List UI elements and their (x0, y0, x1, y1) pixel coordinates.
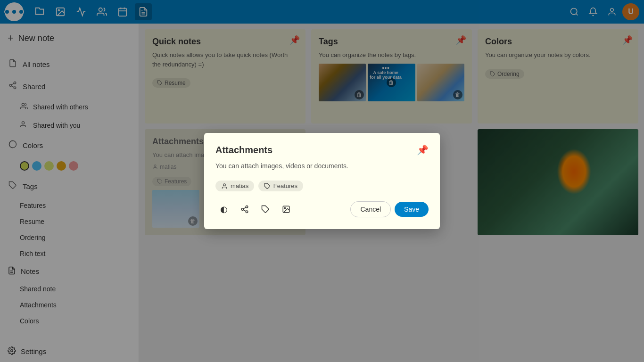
svg-point-38 (284, 207, 285, 208)
modal-toolbar: ◐ Cancel Save (215, 201, 429, 218)
modal-user-tag-text: matias (231, 182, 248, 189)
svg-line-35 (243, 207, 246, 209)
modal-share-button[interactable] (236, 201, 253, 218)
modal-image-button[interactable] (278, 201, 295, 218)
modal-tags: matias Features (215, 179, 429, 193)
modal-color-button[interactable]: ◐ (215, 201, 232, 218)
modal-overlay[interactable]: Attachments 📌 You can attach images, vid… (0, 0, 644, 362)
svg-point-32 (241, 208, 244, 211)
svg-point-31 (246, 206, 248, 208)
svg-line-34 (243, 210, 246, 211)
modal-feature-tag-text: Features (273, 182, 297, 189)
svg-point-30 (223, 183, 226, 186)
modal-tag-button[interactable] (257, 201, 274, 218)
modal-title: Attachments (215, 145, 272, 156)
modal-pin-icon[interactable]: 📌 (417, 144, 429, 156)
modal-user-tag[interactable]: matias (215, 181, 254, 191)
modal-body-text: You can attach images, videos or documen… (215, 161, 429, 171)
attachments-modal: Attachments 📌 You can attach images, vid… (204, 133, 440, 229)
svg-point-33 (246, 211, 248, 213)
modal-feature-tag[interactable]: Features (258, 181, 303, 191)
modal-header: Attachments 📌 (215, 144, 429, 156)
modal-cancel-button[interactable]: Cancel (350, 201, 391, 217)
modal-save-button[interactable]: Save (395, 202, 429, 217)
